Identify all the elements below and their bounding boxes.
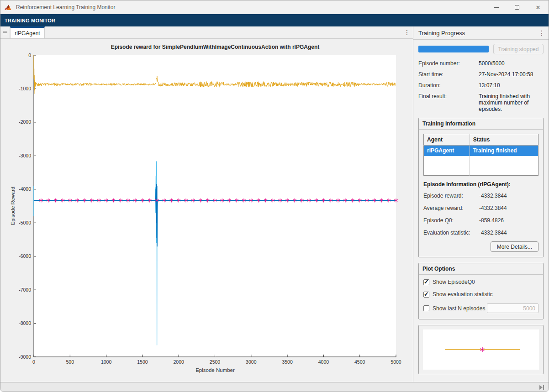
maximize-button[interactable] (507, 0, 528, 14)
field-label: Evaluation statistic: (423, 230, 479, 236)
episode-reward-chart: 0500100015002000250030003500400045005000… (0, 39, 413, 382)
svg-text:-8000: -8000 (19, 320, 31, 326)
svg-text:3500: 3500 (282, 359, 293, 365)
status-bar (0, 382, 549, 392)
progress-bar-fill (418, 46, 489, 52)
svg-text:2000: 2000 (174, 359, 185, 365)
x-axis-label: Episode Number (195, 367, 235, 373)
agent-status-cell: Training finished (470, 146, 538, 156)
field-label: Episode Q0: (423, 217, 479, 224)
field-label: Episode number: (418, 60, 477, 67)
field-value: -859.4826 (479, 217, 538, 224)
close-button[interactable]: ✕ (528, 0, 549, 14)
svg-text:-9000: -9000 (19, 354, 31, 360)
svg-text:5000: 5000 (391, 359, 401, 365)
section-title: Plot Options (419, 263, 543, 275)
progress-info: Episode number: 5000/5000 Start time: 27… (418, 60, 544, 112)
svg-text:-4000: -4000 (19, 186, 31, 192)
tab-rlpgagent[interactable]: rlPGAgent (10, 26, 45, 38)
svg-text:4500: 4500 (354, 359, 365, 365)
svg-text:500: 500 (66, 359, 74, 365)
training-stopped-button[interactable]: Training stopped (493, 44, 544, 54)
field-label: Duration: (418, 82, 477, 89)
y-axis-label: Episode Reward (10, 187, 16, 225)
title-bar: Reinforcement Learning Training Monitor … (0, 0, 549, 14)
training-progress-bar (418, 46, 489, 52)
field-value: Training finished with maximum number of… (479, 93, 544, 112)
show-episodeq0-option[interactable]: Show EpisodeQ0 (423, 279, 538, 285)
checkbox-icon[interactable] (423, 305, 429, 311)
field-value: -4332.3844 (479, 205, 538, 211)
field-value: -4332.3844 (479, 193, 538, 199)
tab-label: rlPGAgent (15, 30, 40, 37)
chart-region: 0500100015002000250030003500400045005000… (0, 39, 413, 382)
field-value: 27-Nov-2024 17:00:58 (479, 71, 544, 78)
checkbox-icon[interactable] (423, 292, 429, 298)
matlab-icon (5, 4, 12, 11)
episode-info: Episode reward: -4332.3844 Average rewar… (423, 193, 538, 236)
show-evaluation-statistic-option[interactable]: Show evaluation statistic (423, 291, 538, 298)
training-progress-panel: Training Progress ⋮ Training stopped Epi… (413, 26, 549, 382)
app-window: Reinforcement Learning Training Monitor … (0, 0, 549, 392)
svg-text:0: 0 (28, 52, 31, 58)
minimize-icon (494, 7, 499, 8)
field-value: 5000/5000 (479, 60, 544, 67)
column-header-agent[interactable]: Agent (424, 134, 470, 146)
checkbox-label: Show EpisodeQ0 (433, 279, 475, 285)
svg-text:4000: 4000 (318, 359, 329, 365)
field-label: Average reward: (423, 205, 479, 211)
field-label: Start time: (418, 71, 477, 78)
svg-text:-7000: -7000 (19, 287, 31, 293)
svg-text:-6000: -6000 (19, 253, 31, 259)
svg-text:2500: 2500 (210, 359, 221, 365)
field-value: 13:07:10 (479, 82, 544, 89)
field-label: Episode reward: (423, 193, 479, 199)
svg-text:1000: 1000 (101, 359, 112, 365)
column-header-status[interactable]: Status (470, 134, 538, 146)
svg-text:-3000: -3000 (19, 153, 31, 158)
checkbox-icon[interactable] (423, 279, 429, 285)
svg-text:3000: 3000 (246, 359, 257, 365)
table-row[interactable]: rlPGAgent Training finished (424, 146, 538, 156)
svg-text:1500: 1500 (137, 359, 148, 365)
panel-title: Training Progress (418, 30, 465, 37)
maximize-icon (515, 5, 519, 10)
tab-grip-handle[interactable] (0, 26, 10, 38)
field-value: -4332.3844 (479, 230, 538, 236)
show-last-n-episodes-option[interactable]: Show last N episodes (423, 303, 538, 313)
tab-strip-menu-icon[interactable]: ⋮ (401, 26, 413, 38)
episode-info-title: Episode Information (rlPGAgent): (423, 181, 538, 188)
section-title: Training Information (419, 118, 543, 130)
expand-right-icon[interactable] (538, 385, 545, 390)
document-tab-bar: rlPGAgent ⋮ (0, 26, 413, 39)
checkbox-label: Show last N episodes (433, 305, 485, 312)
agent-status-table: Agent Status rlPGAgent Training finished (423, 134, 538, 176)
training-information-section: Training Information Agent Status rlPGAg… (418, 118, 544, 257)
chart-title: Episode reward for SimplePendlumWithImag… (111, 44, 320, 50)
svg-text:-2000: -2000 (19, 119, 31, 125)
plot-preview-box (418, 325, 544, 374)
plot-preview-thumbnail (423, 329, 540, 370)
svg-text:-5000: -5000 (19, 220, 31, 225)
window-title: Reinforcement Learning Training Monitor (16, 4, 115, 10)
last-n-episodes-input[interactable] (487, 303, 538, 313)
toolstrip-tab-training-monitor[interactable]: TRAINING MONITOR (5, 18, 55, 23)
toolstrip: TRAINING MONITOR (0, 14, 549, 26)
panel-menu-icon[interactable]: ⋮ (538, 29, 545, 37)
close-icon: ✕ (536, 5, 541, 10)
field-label: Final result: (418, 93, 477, 112)
more-details-button[interactable]: More Details... (491, 241, 538, 252)
agent-name-cell: rlPGAgent (424, 146, 470, 156)
panel-header: Training Progress ⋮ (413, 26, 549, 40)
svg-text:0: 0 (32, 359, 35, 365)
minimize-button[interactable] (486, 0, 507, 14)
plot-options-section: Plot Options Show EpisodeQ0 Show evaluat… (418, 263, 544, 319)
svg-text:-1000: -1000 (19, 86, 31, 91)
checkbox-label: Show evaluation statistic (433, 291, 492, 298)
